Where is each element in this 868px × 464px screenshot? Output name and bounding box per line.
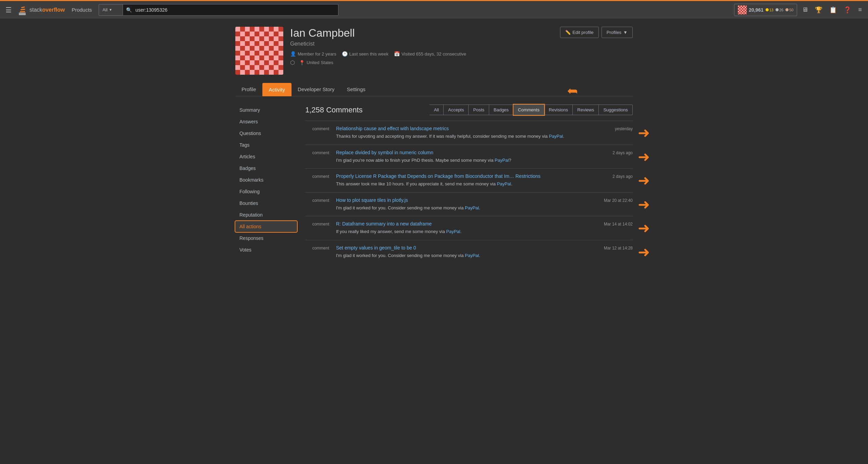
hamburger-icon[interactable]: ☰ [4,4,13,15]
arrow-icon-4: ➜ [638,220,650,236]
tab-activity[interactable]: Activity [262,83,292,96]
sidebar-item-answers[interactable]: Answers [235,116,297,127]
profiles-button[interactable]: Profiles ▼ [602,27,633,38]
filter-tab-reviews[interactable]: Reviews [573,105,599,115]
location-icon: 📍 [299,60,305,65]
search-input[interactable] [123,4,338,16]
filter-tab-badges[interactable]: Badges [489,105,513,115]
filter-tab-comments[interactable]: Comments [513,105,544,115]
sidebar-item-bookmarks[interactable]: Bookmarks [235,174,297,185]
tab-developer-story[interactable]: Developer Story [292,83,341,96]
edit-profile-button[interactable]: ✏️ Edit profile [560,27,598,38]
svg-rect-0 [19,13,26,14]
comment-text: Thanks for upvoting and accepting my ans… [336,134,564,139]
profile-header: Ian Campbell Geneticist 👤 Member for 2 y… [235,27,633,75]
comment-link[interactable]: How to plot square tiles in plotly.js [336,197,588,203]
site-logo[interactable]: stackoverflow [17,4,65,16]
comment-type-label: comment [305,126,329,131]
nav-products[interactable]: Products [69,7,95,13]
member-icon: 👤 [290,51,296,57]
location-meta: 📍 United States [299,60,333,65]
github-link[interactable]: ⬡ [290,59,295,66]
profile-title: Geneticist [290,41,553,47]
arrow-icon-2: ➜ [638,172,650,189]
svg-rect-2 [20,11,25,12]
pencil-icon: ✏️ [565,30,571,35]
logo-svg [17,4,27,16]
comment-row: comment R: Dataframe summary into a new … [305,216,633,240]
chevron-down-icon: ▼ [623,30,628,35]
sidebar-item-bounties[interactable]: Bounties [235,198,297,209]
paypal-link[interactable]: PayPal [446,229,460,234]
comment-type-label: comment [305,197,329,203]
comment-link[interactable]: Set empty values in geom_tile to be 0 [336,245,588,251]
paypal-link[interactable]: PayPal [497,181,511,186]
comment-link[interactable]: Properly License R Package that Depends … [336,173,588,179]
achievements-icon[interactable]: 🏆 [813,5,824,15]
tab-settings[interactable]: Settings [341,83,372,96]
search-icon: 🔍 [126,7,132,13]
comment-time: 2 days ago [595,173,633,179]
comments-header: 1,258 Comments ➥ All Accepts Posts Badge… [305,105,633,115]
sidebar-item-articles[interactable]: Articles [235,151,297,162]
content-area: Summary Answers Questions Tags Articles … [235,105,633,264]
reputation-score: 20,961 [749,7,764,13]
calendar-icon: 📅 [394,51,400,57]
comment-time: Mar 20 at 22:40 [595,197,633,203]
comment-time: 2 days ago [595,150,633,155]
sidebar-item-votes[interactable]: Votes [235,244,297,255]
sidebar-item-following[interactable]: Following [235,186,297,197]
comment-text: I'm glad it worked for you. Consider sen… [336,205,480,210]
clock-icon: 🕐 [342,51,348,57]
search-scope-dropdown[interactable]: All ▼ [99,4,123,16]
svg-rect-1 [19,14,26,15]
jobs-icon[interactable]: 📋 [827,5,839,15]
comment-text: I'm glad it worked for you. Consider sen… [336,253,480,258]
header-right: 20,961 13 26 50 🖥 🏆 📋 ❓ ≡ [734,4,864,16]
filter-tab-accepts[interactable]: Accepts [444,105,469,115]
arrow-icon-1: ➜ [638,148,650,165]
comment-link[interactable]: R: Dataframe summary into a new datafram… [336,221,588,227]
sidebar-item-reputation[interactable]: Reputation [235,209,297,220]
comment-body: Properly License R Package that Depends … [336,173,588,187]
sidebar-item-all-actions[interactable]: All actions [235,221,297,232]
comments-list: comment Relationship cause and effect wi… [305,121,633,264]
sidebar-item-responses[interactable]: Responses [235,233,297,244]
comment-type-label: comment [305,245,329,251]
comment-time: yesterday [595,126,633,131]
sidebar-item-summary[interactable]: Summary [235,105,297,115]
comment-body: R: Dataframe summary into a new datafram… [336,221,588,235]
filter-tab-suggestions[interactable]: Suggestions [599,105,633,115]
comment-text: I'm glad you're now able to finish your … [336,158,511,163]
sidebar-item-badges[interactable]: Badges [235,163,297,174]
paypal-link[interactable]: PayPal [549,134,563,139]
help-icon[interactable]: ❓ [842,5,853,15]
paypal-link[interactable]: PayPal [465,253,479,258]
sidebar-item-questions[interactable]: Questions [235,128,297,139]
comment-link[interactable]: Relationship cause and effect with lands… [336,126,588,131]
user-reputation-block[interactable]: 20,961 13 26 50 [734,4,797,16]
arrow-icon-0: ➜ [638,124,650,141]
member-for-meta: 👤 Member for 2 years [290,51,336,57]
comment-type-label: comment [305,221,329,227]
svg-rect-3 [21,9,25,10]
arrow-icon-5: ➜ [638,244,650,260]
comment-text: This answer took me like 10 hours. If yo… [336,181,512,186]
filter-tab-revisions[interactable]: Revisions [544,105,573,115]
more-icon[interactable]: ≡ [856,5,864,15]
visited-meta: 📅 Visited 655 days, 32 consecutive [394,51,466,57]
comment-link[interactable]: Replace divided by symbol in numeric col… [336,150,588,155]
filter-tab-posts[interactable]: Posts [469,105,489,115]
paypal-link[interactable]: PayPal [495,158,509,163]
inbox-icon[interactable]: 🖥 [800,5,810,15]
comment-text: If you really liked my answer, send me s… [336,229,461,234]
sidebar-item-tags[interactable]: Tags [235,139,297,150]
filter-tab-all[interactable]: All [430,105,444,115]
tab-profile[interactable]: Profile [235,83,262,96]
comment-type-label: comment [305,173,329,179]
main-content: 1,258 Comments ➥ All Accepts Posts Badge… [305,105,633,264]
header-avatar [738,5,747,14]
paypal-link[interactable]: PayPal [465,205,479,210]
profile-avatar [235,27,283,75]
silver-badge: 26 [776,8,783,12]
